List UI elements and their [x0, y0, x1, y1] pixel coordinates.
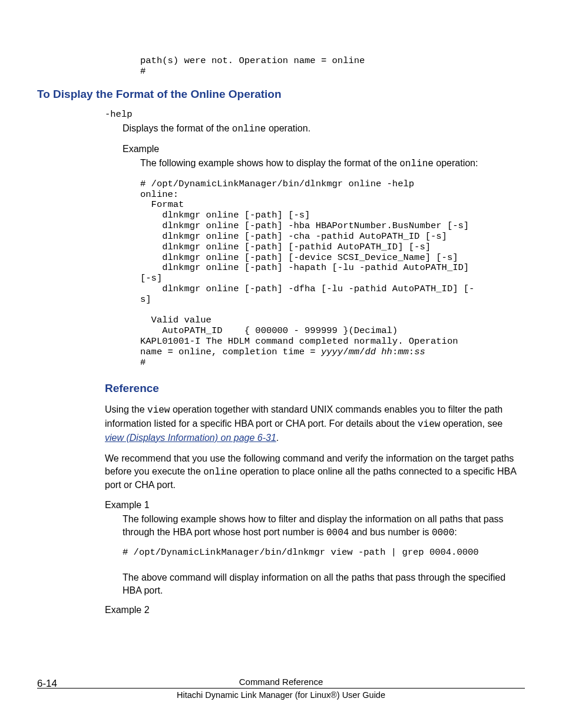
inline-code: online — [232, 124, 266, 134]
footer-title: Command Reference — [0, 677, 562, 687]
reference-heading: Reference — [105, 382, 518, 395]
code-text: # — [140, 357, 146, 368]
example1-body: The following example shows how to filte… — [123, 513, 518, 597]
text: operation. — [266, 123, 310, 133]
example2-label: Example 2 — [105, 605, 518, 615]
code-var: dd hh — [365, 347, 392, 357]
option-body: Displays the format of the online operat… — [123, 122, 518, 368]
text: Using the — [105, 404, 147, 414]
example-intro: The following example shows how to displ… — [140, 157, 518, 171]
inline-code: 0004 — [326, 528, 349, 538]
inline-code: online — [399, 159, 434, 169]
code-text: : — [409, 347, 414, 357]
example1-after: The above command will display informati… — [123, 571, 518, 597]
reference-p1: Using the view operation together with s… — [105, 403, 518, 444]
reference-p2: We recommend that you use the following … — [105, 452, 518, 492]
option-description: Displays the format of the online operat… — [123, 122, 518, 136]
example-body: The following example shows how to displ… — [140, 157, 518, 171]
code-var: ss — [414, 347, 425, 357]
code-var: yyyy — [321, 347, 343, 357]
page: path(s) were not. Operation name = onlin… — [0, 0, 562, 728]
inline-code: view — [418, 419, 440, 430]
text: Displays the format of the — [123, 123, 232, 133]
text: operation: — [434, 158, 478, 168]
page-number: 6-14 — [37, 678, 57, 690]
footer-subtitle: Hitachi Dynamic Link Manager (for Linux®… — [0, 690, 562, 700]
example-label: Example — [123, 144, 518, 154]
code-var: mm — [398, 347, 409, 357]
text: and bus number is — [349, 527, 432, 537]
text: . — [276, 433, 279, 443]
code-var: mm — [348, 347, 359, 357]
inline-code: online — [203, 467, 237, 477]
code-text: # /opt/DynamicLinkManager/bin/dlnkmgr on… — [140, 179, 474, 336]
content-area: path(s) were not. Operation name = onlin… — [0, 56, 562, 615]
example1-label: Example 1 — [105, 500, 518, 510]
inline-code: 0000 — [432, 528, 454, 538]
code-text: / — [359, 347, 365, 357]
page-footer: 6-14 Command Reference Hitachi Dynamic L… — [0, 677, 562, 700]
footer-rule — [37, 688, 525, 689]
text: The following example shows how to displ… — [140, 158, 399, 168]
example1-command: # /opt/DynamicLinkManager/bin/dlnkmgr vi… — [123, 548, 518, 558]
cross-reference-link[interactable]: view (Displays Information) on page 6-31 — [105, 433, 276, 443]
example-code-block: # /opt/DynamicLinkManager/bin/dlnkmgr on… — [123, 179, 518, 368]
text: operation, see — [440, 419, 503, 429]
section-heading: To Display the Format of the Online Oper… — [37, 88, 518, 101]
text: : — [454, 527, 457, 537]
code-text: : — [392, 347, 398, 357]
inline-code: view — [147, 405, 170, 416]
example1-intro: The following example shows how to filte… — [123, 513, 518, 539]
option-term: -help — [105, 109, 518, 120]
top-code-block: path(s) were not. Operation name = onlin… — [105, 56, 518, 77]
